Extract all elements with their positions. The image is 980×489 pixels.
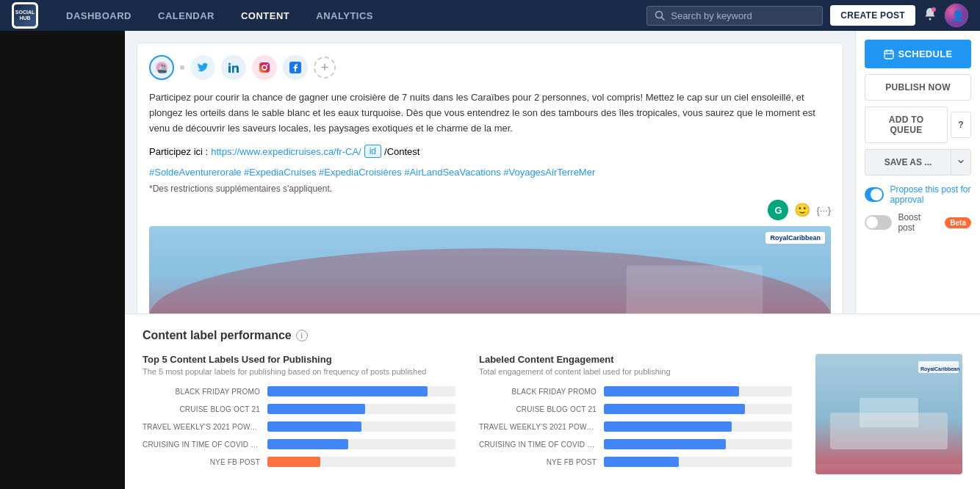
search-icon bbox=[655, 10, 665, 21]
twitter-icon[interactable] bbox=[190, 55, 215, 80]
bar-label: BLACK FRIDAY PROMO bbox=[143, 388, 267, 396]
brand-logo-overlay: RoyalCaribbean bbox=[765, 232, 825, 244]
bar-fill bbox=[604, 386, 739, 396]
bar-label: CRUISE BLOG OCT 21 bbox=[143, 405, 267, 413]
instagram-icon[interactable] bbox=[252, 55, 277, 80]
add-to-queue-row: ADD TO QUEUE ? bbox=[865, 106, 971, 143]
left-panel bbox=[0, 31, 125, 489]
template-button[interactable]: {···} bbox=[816, 205, 831, 216]
info-icon[interactable]: i bbox=[296, 330, 308, 341]
top5-subtitle: The 5 most popular labels for publishing… bbox=[143, 367, 455, 376]
propose-approval-label: Propose this post for approval bbox=[890, 184, 971, 205]
link-prefix: Participez ici : bbox=[149, 146, 208, 157]
engagement-title: Labeled Content Engagement bbox=[479, 354, 792, 365]
bar-row: CRUISE BLOG OCT 21 bbox=[143, 404, 455, 414]
add-social-icon[interactable]: + bbox=[314, 57, 336, 79]
queue-help-button[interactable]: ? bbox=[951, 112, 971, 138]
nav-content[interactable]: CONTENT bbox=[231, 4, 300, 27]
main-wrapper: 🚢 bbox=[0, 31, 980, 489]
bar-label: CRUISING IN TIME OF COVID VLOG bbox=[143, 441, 267, 449]
bar-track bbox=[604, 404, 792, 414]
bar-track bbox=[267, 404, 455, 414]
composer-area: 🚢 bbox=[125, 31, 855, 314]
emoji-button[interactable]: 🙂 bbox=[794, 202, 810, 218]
search-input[interactable] bbox=[671, 10, 815, 21]
bar-fill bbox=[604, 457, 679, 467]
bar-fill bbox=[267, 386, 428, 396]
propose-approval-row: Propose this post for approval bbox=[865, 184, 971, 205]
svg-point-11 bbox=[228, 63, 231, 65]
nav-items: DASHBOARD CALENDAR CONTENT ANALYTICS bbox=[56, 4, 646, 27]
create-post-button[interactable]: CREATE POST bbox=[830, 5, 915, 26]
bar-fill bbox=[267, 457, 320, 467]
top5-chart: Top 5 Content Labels Used for Publishing… bbox=[143, 354, 455, 474]
bar-fill bbox=[267, 404, 365, 414]
search-box bbox=[646, 6, 823, 26]
beta-badge: Beta bbox=[945, 217, 971, 228]
svg-rect-19 bbox=[884, 51, 893, 59]
bar-track bbox=[267, 421, 455, 432]
propose-approval-toggle[interactable] bbox=[865, 187, 884, 202]
bar-row: CRUISING IN TIME OF COVID VLOG bbox=[143, 439, 455, 449]
charts-row: Top 5 Content Labels Used for Publishing… bbox=[143, 354, 962, 474]
section-title: Content label performance i bbox=[143, 329, 962, 342]
linkedin-icon[interactable] bbox=[221, 55, 246, 80]
save-as-button[interactable]: SAVE AS ... bbox=[865, 149, 951, 175]
engagement-subtitle: Total engagement of content label used f… bbox=[479, 367, 792, 376]
svg-point-3 bbox=[932, 7, 936, 12]
svg-rect-25 bbox=[860, 398, 918, 427]
avatar[interactable]: 👤 bbox=[945, 4, 968, 27]
bar-row: NYE FB POST bbox=[479, 457, 792, 467]
save-as-group: SAVE AS ... bbox=[865, 149, 971, 175]
nav-right: CREATE POST 👤 bbox=[646, 4, 968, 27]
section-title-text: Content label performance bbox=[143, 329, 292, 342]
bar-track bbox=[604, 386, 792, 396]
chevron-down-icon bbox=[957, 158, 965, 165]
link-url[interactable]: https://www.expedicruises.ca/fr-CA/ bbox=[211, 146, 361, 157]
hashtags: #SoldeAventurerorale #ExpediaCruises #Ex… bbox=[149, 167, 831, 178]
nav-dashboard[interactable]: DASHBOARD bbox=[56, 4, 142, 27]
svg-rect-18 bbox=[627, 266, 763, 314]
boost-post-toggle[interactable] bbox=[865, 215, 892, 230]
schedule-button[interactable]: SCHEDULE bbox=[865, 40, 971, 68]
bar-row: CRUISE BLOG OCT 21 bbox=[479, 404, 792, 414]
svg-point-14 bbox=[267, 64, 268, 65]
add-to-queue-button[interactable]: ADD TO QUEUE bbox=[865, 106, 948, 143]
bar-label: TRAVEL WEEKLY'S 2021 POWER LIST bbox=[479, 423, 604, 431]
boost-post-label: Boost post bbox=[898, 212, 939, 233]
topnav: SOCIALHUB DASHBOARD CALENDAR CONTENT ANA… bbox=[0, 0, 980, 31]
post-tools-row: G 🙂 {···} bbox=[149, 200, 831, 220]
bar-track bbox=[604, 457, 792, 467]
top-section: 🚢 bbox=[125, 31, 980, 314]
bar-track bbox=[604, 421, 792, 432]
top5-title: Top 5 Content Labels Used for Publishing bbox=[143, 354, 455, 365]
bar-row: TRAVEL WEEKLY'S 2021 POWER LIST bbox=[143, 421, 455, 432]
facebook-icon[interactable] bbox=[283, 55, 308, 80]
center-right-wrapper: 🚢 bbox=[125, 31, 980, 489]
nav-analytics[interactable]: ANALYTICS bbox=[306, 4, 383, 27]
save-dropdown-button[interactable] bbox=[951, 149, 971, 175]
svg-rect-10 bbox=[228, 66, 231, 73]
bar-label: CRUISE BLOG OCT 21 bbox=[479, 405, 604, 413]
grammarly-icon[interactable]: G bbox=[768, 200, 788, 220]
calendar-icon bbox=[884, 49, 894, 59]
publish-now-button[interactable]: PUBLISH NOW bbox=[865, 74, 971, 101]
link-id-badge: id bbox=[364, 145, 381, 158]
svg-text:RoyalCaribbean: RoyalCaribbean bbox=[920, 366, 959, 372]
logo[interactable]: SOCIALHUB bbox=[12, 2, 38, 29]
bar-track bbox=[267, 439, 455, 449]
bar-fill bbox=[267, 421, 361, 432]
engagement-bars: BLACK FRIDAY PROMO CRUISE BLOG OCT 21 TR… bbox=[479, 386, 792, 467]
link-suffix: /Contest bbox=[384, 146, 419, 157]
post-composer: 🚢 bbox=[137, 43, 843, 314]
svg-point-2 bbox=[929, 18, 932, 20]
social-icons-row: 🚢 bbox=[149, 55, 831, 80]
notification-icon[interactable] bbox=[923, 7, 937, 25]
bar-label: BLACK FRIDAY PROMO bbox=[479, 388, 604, 396]
icon-separator bbox=[180, 65, 184, 70]
main-social-icon[interactable]: 🚢 bbox=[149, 55, 174, 80]
post-link-container: Participez ici : https://www.expedicruis… bbox=[149, 145, 831, 158]
nav-calendar[interactable]: CALENDAR bbox=[148, 4, 225, 27]
post-image-preview: RoyalCaribbean bbox=[149, 226, 831, 314]
bar-fill bbox=[604, 404, 745, 414]
